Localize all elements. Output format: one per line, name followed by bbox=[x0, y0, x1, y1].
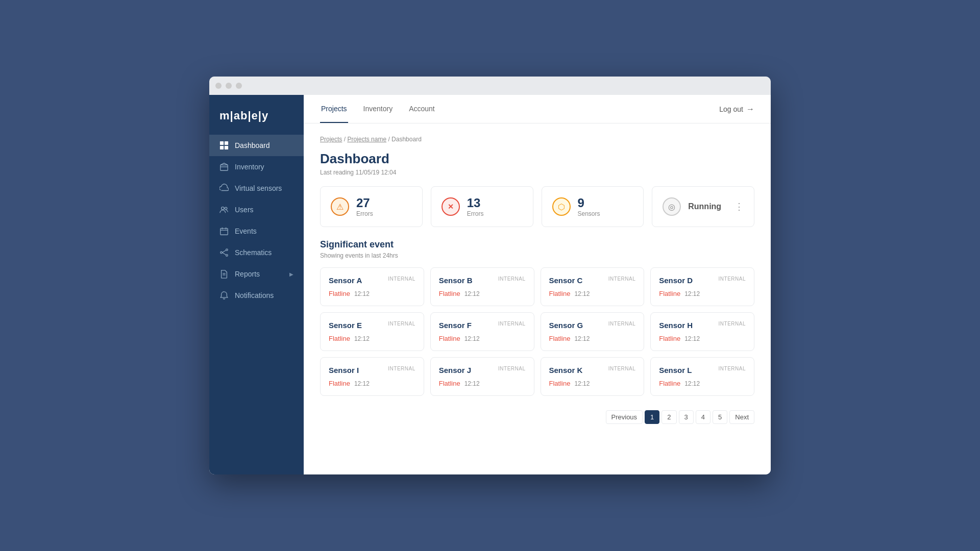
main-content: Projects Inventory Account Log out → Pro… bbox=[304, 95, 771, 474]
sensor-flatline: Flatline bbox=[659, 335, 680, 342]
chevron-right-icon: ▶ bbox=[289, 271, 293, 277]
sidebar: m|ab|e|y Dashboard Inventory Virtua bbox=[209, 95, 304, 474]
sensor-time: 12:12 bbox=[574, 290, 590, 297]
sidebar-item-reports[interactable]: Reports ▶ bbox=[209, 263, 304, 285]
sidebar-item-dashboard[interactable]: Dashboard bbox=[209, 135, 304, 156]
box-icon bbox=[219, 162, 229, 171]
pagination-page-5[interactable]: 5 bbox=[713, 410, 727, 424]
pagination-page-2[interactable]: 2 bbox=[662, 410, 676, 424]
sensor-flatline: Flatline bbox=[549, 380, 571, 387]
breadcrumb-current: Dashboard bbox=[391, 136, 422, 143]
stat-card-errors2: ✕ 13 Errors bbox=[431, 186, 533, 227]
sensors-icon: ⬡ bbox=[552, 197, 571, 216]
sensor-card[interactable]: Sensor A INTERNAL Flatline 12:12 bbox=[320, 267, 424, 306]
sensor-card[interactable]: Sensor J INTERNAL Flatline 12:12 bbox=[430, 357, 534, 396]
stats-row: ⚠ 27 Errors ✕ 13 Errors bbox=[320, 186, 754, 227]
svg-point-12 bbox=[220, 252, 223, 254]
stat-card-running: ◎ Running ⋮ bbox=[652, 186, 754, 227]
sensor-card[interactable]: Sensor L INTERNAL Flatline 12:12 bbox=[650, 357, 754, 396]
users-icon bbox=[219, 205, 229, 214]
sensor-status: Flatline 12:12 bbox=[549, 380, 636, 387]
stat-info-errors2: 13 Errors bbox=[467, 196, 484, 217]
sidebar-label-inventory: Inventory bbox=[235, 163, 264, 171]
stat-label-errors2: Errors bbox=[467, 210, 484, 217]
sensor-time: 12:12 bbox=[684, 290, 700, 297]
sensor-time: 12:12 bbox=[574, 380, 590, 387]
pagination-page-4[interactable]: 4 bbox=[696, 410, 710, 424]
close-dot bbox=[215, 83, 222, 89]
content-area: Projects / Projects name / Dashboard Das… bbox=[304, 123, 771, 474]
sensor-header: Sensor E INTERNAL bbox=[329, 321, 415, 330]
sensor-time: 12:12 bbox=[684, 380, 700, 387]
pagination-page-3[interactable]: 3 bbox=[679, 410, 694, 424]
sensor-card[interactable]: Sensor B INTERNAL Flatline 12:12 bbox=[430, 267, 534, 306]
sensor-time: 12:12 bbox=[464, 290, 480, 297]
svg-rect-1 bbox=[225, 141, 228, 145]
sensor-tag: INTERNAL bbox=[388, 321, 415, 327]
sensor-flatline: Flatline bbox=[439, 290, 460, 297]
sidebar-item-notifications[interactable]: Notifications bbox=[209, 285, 304, 306]
sensor-name: Sensor B bbox=[439, 276, 473, 285]
sensor-flatline: Flatline bbox=[549, 290, 571, 297]
sensor-card[interactable]: Sensor F INTERNAL Flatline 12:12 bbox=[430, 312, 534, 351]
sensor-flatline: Flatline bbox=[659, 380, 680, 387]
window-body: m|ab|e|y Dashboard Inventory Virtua bbox=[209, 95, 771, 474]
sidebar-item-inventory[interactable]: Inventory bbox=[209, 156, 304, 178]
sensor-card[interactable]: Sensor D INTERNAL Flatline 12:12 bbox=[650, 267, 754, 306]
stat-status-running: Running bbox=[688, 202, 721, 211]
sensor-card[interactable]: Sensor G INTERNAL Flatline 12:12 bbox=[541, 312, 645, 351]
sidebar-item-virtual-sensors[interactable]: Virtual sensors bbox=[209, 178, 304, 199]
more-options-icon[interactable]: ⋮ bbox=[734, 201, 744, 212]
maximize-dot bbox=[236, 83, 242, 89]
sensor-card[interactable]: Sensor C INTERNAL Flatline 12:12 bbox=[541, 267, 645, 306]
sensor-time: 12:12 bbox=[574, 335, 590, 342]
sensor-header: Sensor D INTERNAL bbox=[659, 276, 746, 285]
sensor-card[interactable]: Sensor I INTERNAL Flatline 12:12 bbox=[320, 357, 424, 396]
sensor-name: Sensor G bbox=[549, 321, 583, 330]
sensor-card[interactable]: Sensor K INTERNAL Flatline 12:12 bbox=[541, 357, 645, 396]
pagination-next[interactable]: Next bbox=[729, 410, 754, 424]
sensor-status: Flatline 12:12 bbox=[329, 290, 415, 297]
tab-inventory[interactable]: Inventory bbox=[362, 95, 394, 123]
sidebar-item-events[interactable]: Events bbox=[209, 220, 304, 242]
sensor-header: Sensor J INTERNAL bbox=[439, 366, 526, 374]
sensor-time: 12:12 bbox=[354, 290, 370, 297]
sensor-tag: INTERNAL bbox=[719, 366, 746, 371]
sensor-status: Flatline 12:12 bbox=[329, 380, 415, 387]
pagination-page-1[interactable]: 1 bbox=[645, 410, 659, 424]
sensor-time: 12:12 bbox=[684, 335, 700, 342]
sensor-tag: INTERNAL bbox=[498, 276, 525, 282]
tab-projects[interactable]: Projects bbox=[320, 95, 348, 123]
svg-rect-3 bbox=[225, 146, 228, 149]
svg-rect-0 bbox=[220, 141, 224, 145]
sensor-tag: INTERNAL bbox=[388, 276, 415, 282]
last-reading: Last reading 11/05/19 12:04 bbox=[320, 169, 754, 176]
svg-point-6 bbox=[222, 207, 224, 210]
sensor-status: Flatline 12:12 bbox=[439, 335, 526, 342]
sidebar-item-schematics[interactable]: Schematics bbox=[209, 242, 304, 263]
logout-button[interactable]: Log out → bbox=[719, 105, 754, 114]
sidebar-item-users[interactable]: Users bbox=[209, 199, 304, 220]
svg-rect-4 bbox=[220, 165, 228, 170]
svg-line-16 bbox=[222, 253, 226, 255]
sensor-header: Sensor H INTERNAL bbox=[659, 321, 746, 330]
pagination-previous[interactable]: Previous bbox=[606, 410, 643, 424]
breadcrumb-projects-name[interactable]: Projects name bbox=[347, 136, 386, 143]
section-title: Significant event bbox=[320, 239, 754, 250]
tab-account[interactable]: Account bbox=[408, 95, 436, 123]
sensor-header: Sensor G INTERNAL bbox=[549, 321, 636, 330]
stat-info-sensors: 9 Sensors bbox=[578, 196, 600, 217]
sensor-name: Sensor I bbox=[329, 366, 359, 374]
stat-card-sensors: ⬡ 9 Sensors bbox=[542, 186, 644, 227]
cloud-icon bbox=[219, 184, 229, 193]
sensor-flatline: Flatline bbox=[329, 380, 350, 387]
breadcrumb-projects[interactable]: Projects bbox=[320, 136, 342, 143]
sidebar-label-dashboard: Dashboard bbox=[235, 141, 270, 149]
sensor-card[interactable]: Sensor E INTERNAL Flatline 12:12 bbox=[320, 312, 424, 351]
stat-number-errors2: 13 bbox=[467, 196, 484, 210]
svg-rect-8 bbox=[220, 229, 228, 235]
sensor-status: Flatline 12:12 bbox=[659, 335, 746, 342]
titlebar bbox=[209, 77, 771, 95]
warning-icon: ⚠ bbox=[331, 197, 349, 216]
sensor-card[interactable]: Sensor H INTERNAL Flatline 12:12 bbox=[650, 312, 754, 351]
